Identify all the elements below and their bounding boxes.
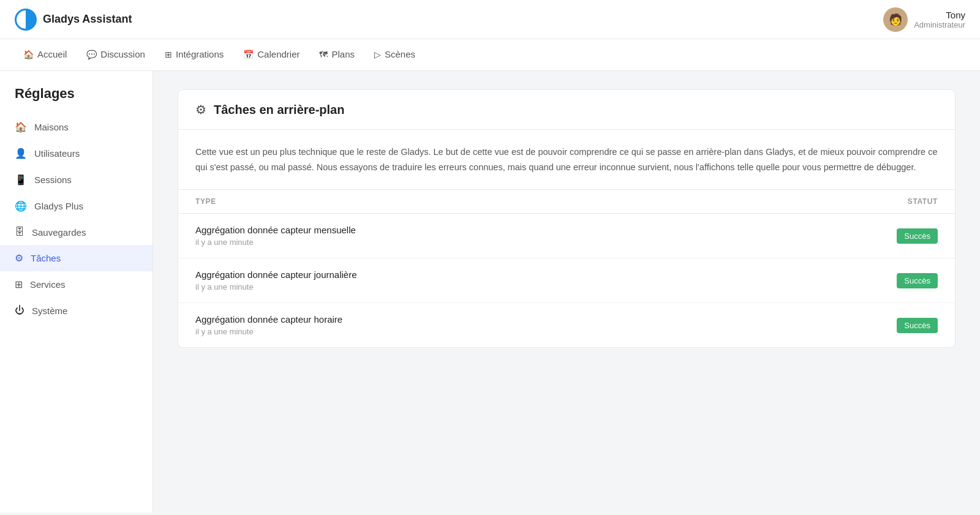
page-description: Cette vue est un peu plus technique que …: [178, 130, 955, 190]
sidebar-item-sessions[interactable]: 📱 Sessions: [0, 167, 153, 193]
nav-label-calendrier: Calendrier: [257, 49, 300, 59]
user-menu[interactable]: 🧑 Tony Administrateur: [883, 7, 965, 32]
col-type: TYPE: [195, 197, 216, 206]
app-name: Gladys Assistant: [43, 13, 132, 26]
status-badge-2: Succès: [897, 318, 938, 333]
gladys-plus-icon: 🌐: [15, 200, 27, 212]
nav-item-scenes[interactable]: ▷ Scènes: [366, 39, 424, 70]
sauvegardes-icon: 🗄: [15, 227, 24, 238]
table-header: TYPE STATUT: [178, 190, 955, 214]
sidebar-label-utilisateurs: Utilisateurs: [34, 148, 80, 159]
card-header-icon: ⚙: [195, 102, 206, 117]
row-label-2: Aggrégation donnée capteur horaire: [195, 314, 342, 325]
user-info: Tony Administrateur: [914, 10, 965, 29]
avatar: 🧑: [883, 7, 908, 32]
row-label-0: Aggrégation donnée capteur mensuelle: [195, 225, 356, 235]
logo[interactable]: Gladys Assistant: [15, 9, 132, 31]
maisons-icon: 🏠: [15, 121, 27, 133]
layout: Réglages 🏠 Maisons 👤 Utilisateurs 📱 Sess…: [0, 71, 980, 513]
main-content: ⚙ Tâches en arrière-plan Cette vue est u…: [153, 71, 980, 513]
card-header: ⚙ Tâches en arrière-plan: [178, 90, 955, 130]
sidebar-label-maisons: Maisons: [34, 122, 69, 132]
logo-icon: [15, 9, 37, 31]
discussion-icon: 💬: [86, 50, 97, 59]
row-type-0: Aggrégation donnée capteur mensuelle il …: [195, 225, 356, 247]
row-type-2: Aggrégation donnée capteur horaire il y …: [195, 314, 342, 336]
page-title: Tâches en arrière-plan: [214, 103, 344, 117]
status-badge-1: Succès: [897, 273, 938, 288]
col-status: STATUT: [908, 197, 938, 206]
integrations-icon: ⊞: [165, 50, 172, 59]
row-type-1: Aggrégation donnée capteur journalière i…: [195, 269, 357, 291]
sidebar-item-utilisateurs[interactable]: 👤 Utilisateurs: [0, 140, 153, 167]
nav-item-calendrier[interactable]: 📅 Calendrier: [235, 39, 308, 70]
sidebar-item-sauvegardes[interactable]: 🗄 Sauvegardes: [0, 219, 153, 245]
nav-label-discussion: Discussion: [100, 49, 145, 59]
scenes-icon: ▷: [374, 50, 381, 59]
utilisateurs-icon: 👤: [15, 148, 27, 159]
sidebar-item-systeme[interactable]: ⏻ Système: [0, 298, 153, 323]
table-row: Aggrégation donnée capteur journalière i…: [178, 258, 955, 303]
topbar: Gladys Assistant 🧑 Tony Administrateur: [0, 0, 980, 39]
navbar: 🏠 Accueil 💬 Discussion ⊞ Intégrations 📅 …: [0, 39, 980, 71]
nav-item-discussion[interactable]: 💬 Discussion: [78, 39, 154, 70]
sidebar-label-sauvegardes: Sauvegardes: [32, 227, 86, 238]
row-label-1: Aggrégation donnée capteur journalière: [195, 269, 357, 280]
sidebar-label-systeme: Système: [32, 306, 67, 316]
sidebar-title: Réglages: [0, 86, 153, 114]
user-name: Tony: [914, 10, 965, 20]
plans-icon: 🗺: [319, 50, 328, 59]
sidebar-item-taches[interactable]: ⚙ Tâches: [0, 245, 153, 271]
table-row: Aggrégation donnée capteur mensuelle il …: [178, 214, 955, 258]
home-icon: 🏠: [23, 50, 34, 59]
sidebar-item-gladys-plus[interactable]: 🌐 Gladys Plus: [0, 193, 153, 219]
sidebar-label-services: Services: [30, 279, 66, 290]
status-badge-0: Succès: [897, 228, 938, 244]
sidebar-label-gladys-plus: Gladys Plus: [34, 201, 83, 211]
sidebar-item-maisons[interactable]: 🏠 Maisons: [0, 114, 153, 140]
nav-item-accueil[interactable]: 🏠 Accueil: [15, 39, 75, 70]
taches-icon: ⚙: [15, 252, 23, 264]
table-row: Aggrégation donnée capteur horaire il y …: [178, 303, 955, 347]
sessions-icon: 📱: [15, 174, 27, 186]
row-time-0: il y a une minute: [195, 238, 356, 247]
systeme-icon: ⏻: [15, 305, 24, 316]
nav-item-integrations[interactable]: ⊞ Intégrations: [156, 39, 232, 70]
row-time-1: il y a une minute: [195, 282, 357, 291]
services-icon: ⊞: [15, 279, 23, 290]
nav-label-plans: Plans: [331, 49, 355, 59]
nav-label-scenes: Scènes: [385, 49, 415, 59]
sidebar-label-sessions: Sessions: [34, 175, 72, 185]
sidebar: Réglages 🏠 Maisons 👤 Utilisateurs 📱 Sess…: [0, 71, 153, 513]
sidebar-label-taches: Tâches: [31, 253, 61, 263]
nav-label-integrations: Intégrations: [176, 49, 224, 59]
nav-item-plans[interactable]: 🗺 Plans: [311, 39, 363, 70]
nav-label-accueil: Accueil: [37, 49, 67, 59]
sidebar-item-services[interactable]: ⊞ Services: [0, 271, 153, 298]
calendrier-icon: 📅: [243, 50, 254, 59]
tasks-card: ⚙ Tâches en arrière-plan Cette vue est u…: [178, 89, 956, 348]
user-role: Administrateur: [914, 20, 965, 29]
row-time-2: il y a une minute: [195, 327, 342, 336]
